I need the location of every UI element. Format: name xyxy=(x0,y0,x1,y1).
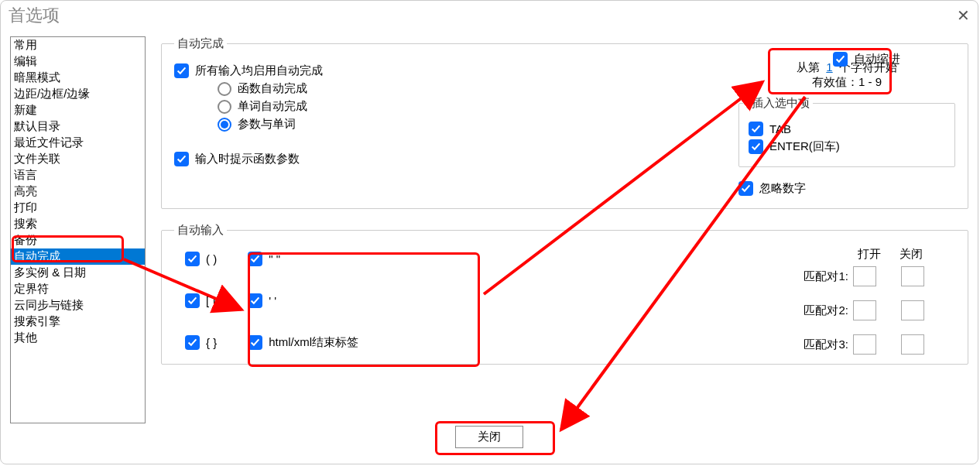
pair2-open-input[interactable] xyxy=(853,300,876,320)
label-bracket: [ ] xyxy=(206,294,216,307)
sidebar-item[interactable]: 多实例 & 日期 xyxy=(11,265,145,281)
label-ignore-digit: 忽略数字 xyxy=(759,181,806,196)
pair1-close-input[interactable] xyxy=(901,266,924,286)
pair2-label: 匹配对2: xyxy=(804,303,848,318)
pair3-label: 匹配对3: xyxy=(804,338,848,352)
label-radio-word: 单词自动完成 xyxy=(238,99,307,114)
radio-word[interactable] xyxy=(218,100,231,114)
label-tab: TAB xyxy=(769,122,791,135)
checkbox-paren[interactable] xyxy=(185,252,200,266)
pair-close-header: 关闭 xyxy=(899,247,923,262)
sidebar-item[interactable]: 编辑 xyxy=(11,53,145,70)
sidebar-item[interactable]: 其他 xyxy=(11,330,145,346)
checkbox-show-param[interactable] xyxy=(174,152,189,166)
sidebar-item[interactable]: 语言 xyxy=(11,167,145,183)
checkbox-dquote[interactable] xyxy=(248,252,262,266)
label-htmlxml: html/xml结束标签 xyxy=(269,335,358,350)
sidebar-item[interactable]: 打印 xyxy=(11,200,145,216)
label-radio-param-word: 参数与单词 xyxy=(238,117,296,132)
start-char-valid: 有效值：1 - 9 xyxy=(738,75,955,90)
auto-input-group: 自动输入 ( ) " " [ ] ' ' { } html/xml结束标签 打开 xyxy=(161,223,968,365)
checkbox-htmlxml[interactable] xyxy=(248,335,262,350)
pair3-close-input[interactable] xyxy=(901,334,924,355)
checkbox-ignore-digit[interactable] xyxy=(738,181,753,196)
insert-legend: 插入选中项 xyxy=(749,96,813,111)
window-title: 首选项 xyxy=(9,4,60,27)
sidebar-item[interactable]: 定界符 xyxy=(11,281,145,297)
insert-group: 插入选中项 TAB ENTER(回车) xyxy=(738,96,955,167)
radio-func[interactable] xyxy=(218,82,231,96)
pair1-open-input[interactable] xyxy=(853,266,876,286)
sidebar-item[interactable]: 默认目录 xyxy=(11,118,145,135)
label-auto-indent: 自动缩进 xyxy=(854,52,900,67)
sidebar-item[interactable]: 文件关联 xyxy=(11,151,145,167)
label-dquote: " " xyxy=(269,252,280,266)
checkbox-bracket[interactable] xyxy=(185,293,200,308)
auto-input-legend: 自动输入 xyxy=(174,223,227,238)
auto-complete-legend: 自动完成 xyxy=(174,36,227,51)
sidebar-item[interactable]: 高亮 xyxy=(11,183,145,200)
pair-open-header: 打开 xyxy=(858,247,881,262)
start-char-prefix: 从第 xyxy=(797,60,820,74)
start-char-value[interactable]: 1 xyxy=(826,60,832,74)
sidebar-item[interactable]: 最近文件记录 xyxy=(11,135,145,151)
sidebar-item[interactable]: 搜索引擎 xyxy=(11,314,145,330)
label-enable-all: 所有输入均启用自动完成 xyxy=(195,63,323,78)
pair2-close-input[interactable] xyxy=(901,300,924,320)
sidebar-item[interactable]: 暗黑模式 xyxy=(11,70,145,86)
close-button[interactable]: 关闭 xyxy=(455,426,523,448)
label-radio-func: 函数自动完成 xyxy=(238,81,307,96)
sidebar-item[interactable]: 云同步与链接 xyxy=(11,297,145,314)
sidebar-item[interactable]: 新建 xyxy=(11,102,145,118)
label-show-param: 输入时提示函数参数 xyxy=(195,152,300,166)
label-squote: ' ' xyxy=(269,294,276,307)
checkbox-squote[interactable] xyxy=(248,293,262,308)
checkbox-auto-indent[interactable] xyxy=(833,52,848,67)
sidebar-item[interactable]: 边距/边框/边缘 xyxy=(11,86,145,102)
category-sidebar[interactable]: 常用编辑暗黑模式边距/边框/边缘新建默认目录最近文件记录文件关联语言高亮打印搜索… xyxy=(10,36,146,423)
label-brace: { } xyxy=(206,336,217,349)
checkbox-enable-all[interactable] xyxy=(174,63,189,78)
sidebar-item[interactable]: 常用 xyxy=(11,37,145,53)
sidebar-item[interactable]: 备份 xyxy=(11,232,145,248)
pair3-open-input[interactable] xyxy=(853,334,876,355)
close-icon[interactable]: ✕ xyxy=(957,6,970,25)
label-paren: ( ) xyxy=(206,252,217,266)
checkbox-brace[interactable] xyxy=(185,335,200,350)
sidebar-item[interactable]: 搜索 xyxy=(11,216,145,232)
label-enter: ENTER(回车) xyxy=(769,139,840,154)
checkbox-tab[interactable] xyxy=(749,122,763,136)
sidebar-item[interactable]: 自动完成 xyxy=(11,248,145,265)
checkbox-enter[interactable] xyxy=(749,139,763,154)
radio-param-word[interactable] xyxy=(218,118,231,132)
pair1-label: 匹配对1: xyxy=(804,269,848,284)
